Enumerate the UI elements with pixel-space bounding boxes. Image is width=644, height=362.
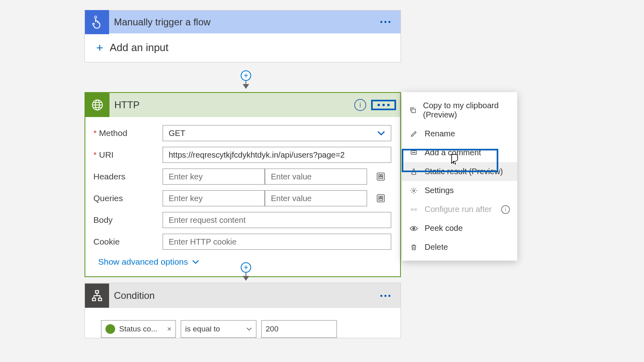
headers-label: Headers: [93, 172, 163, 181]
flask-icon: [409, 168, 418, 175]
runafter-icon: [409, 206, 418, 213]
query-key-input[interactable]: Enter key: [163, 190, 265, 206]
chevron-down-icon: [377, 130, 385, 136]
http-globe-icon: [85, 93, 109, 117]
svg-rect-8: [379, 196, 380, 198]
eye-icon: [409, 226, 418, 231]
add-step-connector-1[interactable]: +: [241, 70, 251, 89]
method-select[interactable]: GET: [163, 125, 391, 141]
status-token-label: Status co...: [119, 325, 157, 333]
svg-rect-3: [377, 173, 384, 180]
http-more-button[interactable]: [371, 100, 396, 110]
menu-run-after: Configure run after i: [402, 200, 517, 219]
menu-comment[interactable]: Add a comment: [402, 143, 517, 162]
remove-token-icon[interactable]: ×: [167, 325, 171, 333]
svg-rect-6: [379, 177, 383, 179]
svg-rect-11: [95, 291, 99, 293]
menu-copy[interactable]: Copy to my clipboard (Preview): [402, 96, 517, 124]
svg-point-21: [415, 208, 417, 210]
trash-icon: [409, 244, 418, 251]
menu-delete-label: Delete: [425, 243, 448, 252]
uri-label: URI: [93, 150, 163, 160]
cookie-label: Cookie: [93, 237, 163, 247]
context-menu: Copy to my clipboard (Preview) Rename Ad…: [402, 92, 517, 261]
queries-label: Queries: [93, 193, 163, 203]
trigger-card: Manually trigger a flow + Add an input: [85, 10, 401, 62]
header-key-input[interactable]: Enter key: [163, 169, 265, 185]
svg-point-22: [413, 227, 415, 229]
svg-rect-7: [377, 195, 384, 202]
svg-point-16: [412, 152, 413, 153]
info-icon[interactable]: i: [501, 205, 510, 214]
cookie-input[interactable]: Enter HTTP cookie: [163, 234, 391, 250]
manual-trigger-icon: [85, 10, 109, 34]
menu-rename[interactable]: Rename: [402, 124, 517, 143]
plus-icon: +: [96, 42, 103, 54]
svg-point-18: [415, 152, 415, 153]
svg-point-19: [413, 189, 415, 191]
pencil-icon: [409, 130, 418, 138]
chevron-down-icon: [246, 327, 252, 331]
svg-point-20: [411, 208, 413, 210]
condition-right-operand[interactable]: 200: [261, 320, 337, 338]
chevron-down-icon: [192, 259, 199, 264]
menu-static-result[interactable]: Static result (Preview): [402, 162, 517, 181]
menu-settings[interactable]: Settings: [402, 181, 517, 200]
trigger-more-button[interactable]: [376, 15, 394, 29]
condition-operator-select[interactable]: is equal to: [181, 320, 256, 338]
svg-rect-9: [381, 196, 383, 198]
add-input-button[interactable]: + Add an input: [85, 33, 400, 62]
method-value: GET: [169, 129, 185, 138]
body-input[interactable]: Enter request content: [163, 212, 391, 228]
condition-icon: [85, 284, 109, 308]
dynamic-content-button-2[interactable]: [374, 192, 387, 205]
menu-settings-label: Settings: [425, 186, 454, 195]
info-icon[interactable]: i: [354, 99, 366, 111]
show-advanced-label: Show advanced options: [98, 257, 188, 267]
menu-rename-label: Rename: [425, 129, 455, 138]
http-title: HTTP: [109, 99, 354, 111]
svg-rect-10: [379, 199, 383, 200]
condition-value: 200: [266, 325, 279, 333]
menu-peek-code[interactable]: Peek code: [402, 219, 517, 238]
svg-rect-4: [379, 175, 380, 176]
query-value-input[interactable]: Enter value: [265, 190, 367, 206]
trigger-title: Manually trigger a flow: [109, 16, 376, 28]
condition-more-button[interactable]: [376, 288, 394, 303]
operator-label: is equal to: [185, 325, 220, 333]
copy-icon: [409, 107, 417, 114]
menu-runafter-label: Configure run after: [425, 205, 492, 214]
http-card: HTTP i Method GET URI https://reqrescytk…: [85, 92, 401, 277]
status-token-icon: [105, 324, 115, 334]
trigger-header[interactable]: Manually trigger a flow: [85, 10, 400, 33]
svg-rect-12: [93, 298, 96, 300]
gear-icon: [409, 187, 418, 194]
svg-rect-5: [381, 175, 383, 176]
menu-comment-label: Add a comment: [425, 148, 481, 157]
http-header[interactable]: HTTP i: [85, 93, 400, 117]
svg-rect-14: [412, 109, 415, 113]
add-input-label: Add an input: [110, 41, 169, 54]
condition-header[interactable]: Condition: [85, 283, 400, 308]
uri-input[interactable]: https://reqrescytkjfcdykhtdyk.in/api/use…: [163, 147, 391, 163]
add-step-icon[interactable]: +: [241, 70, 251, 81]
condition-title: Condition: [109, 290, 376, 301]
header-value-input[interactable]: Enter value: [265, 169, 367, 185]
menu-static-label: Static result (Preview): [425, 167, 503, 176]
condition-left-operand[interactable]: Status co... ×: [101, 320, 176, 338]
menu-peek-label: Peek code: [425, 224, 463, 233]
method-label: Method: [93, 128, 163, 138]
add-step-icon[interactable]: +: [241, 262, 251, 273]
add-step-connector-2[interactable]: +: [241, 262, 251, 281]
comment-icon: [409, 149, 418, 156]
menu-copy-label: Copy to my clipboard (Preview): [423, 101, 510, 119]
svg-rect-13: [99, 298, 102, 300]
dynamic-content-button[interactable]: [374, 170, 387, 183]
menu-delete[interactable]: Delete: [402, 238, 517, 257]
body-label: Body: [93, 215, 163, 225]
svg-point-17: [413, 152, 414, 153]
uri-value: https://reqrescytkjfcdykhtdyk.in/api/use…: [169, 150, 345, 160]
condition-card: Condition Status co... × is equal to 200: [85, 283, 401, 338]
